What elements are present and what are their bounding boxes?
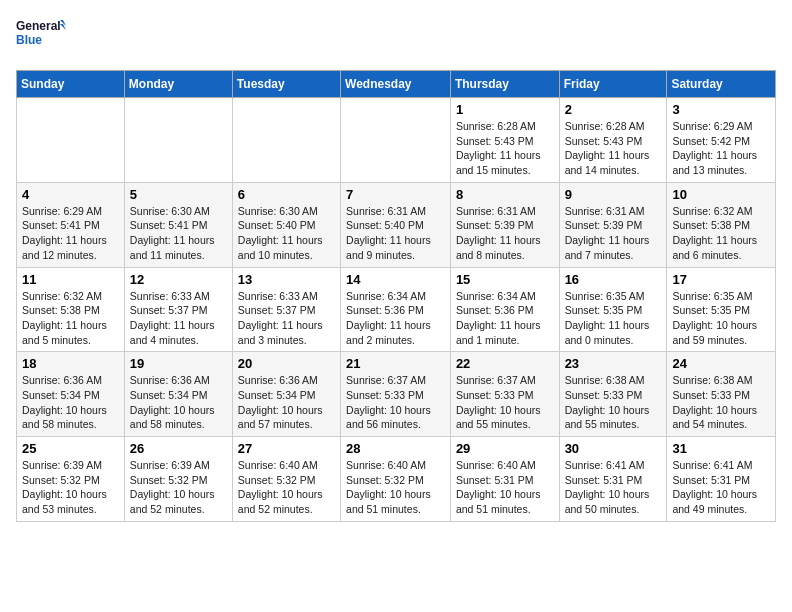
calendar-cell: 6Sunrise: 6:30 AM Sunset: 5:40 PM Daylig…: [232, 182, 340, 267]
day-number: 13: [238, 272, 335, 287]
day-number: 12: [130, 272, 227, 287]
day-number: 2: [565, 102, 662, 117]
day-info: Sunrise: 6:29 AM Sunset: 5:42 PM Dayligh…: [672, 119, 770, 178]
calendar-cell: 15Sunrise: 6:34 AM Sunset: 5:36 PM Dayli…: [450, 267, 559, 352]
day-info: Sunrise: 6:28 AM Sunset: 5:43 PM Dayligh…: [565, 119, 662, 178]
calendar-cell: 9Sunrise: 6:31 AM Sunset: 5:39 PM Daylig…: [559, 182, 667, 267]
day-number: 29: [456, 441, 554, 456]
day-info: Sunrise: 6:33 AM Sunset: 5:37 PM Dayligh…: [130, 289, 227, 348]
day-number: 3: [672, 102, 770, 117]
svg-text:General: General: [16, 19, 61, 33]
calendar-cell: 4Sunrise: 6:29 AM Sunset: 5:41 PM Daylig…: [17, 182, 125, 267]
calendar-cell: 19Sunrise: 6:36 AM Sunset: 5:34 PM Dayli…: [124, 352, 232, 437]
calendar-cell: 11Sunrise: 6:32 AM Sunset: 5:38 PM Dayli…: [17, 267, 125, 352]
calendar-cell: [17, 98, 125, 183]
calendar-cell: [341, 98, 451, 183]
day-info: Sunrise: 6:33 AM Sunset: 5:37 PM Dayligh…: [238, 289, 335, 348]
day-number: 7: [346, 187, 445, 202]
day-number: 25: [22, 441, 119, 456]
day-number: 26: [130, 441, 227, 456]
calendar-cell: 7Sunrise: 6:31 AM Sunset: 5:40 PM Daylig…: [341, 182, 451, 267]
days-header-row: SundayMondayTuesdayWednesdayThursdayFrid…: [17, 71, 776, 98]
calendar-cell: 12Sunrise: 6:33 AM Sunset: 5:37 PM Dayli…: [124, 267, 232, 352]
calendar-cell: 23Sunrise: 6:38 AM Sunset: 5:33 PM Dayli…: [559, 352, 667, 437]
calendar-cell: 2Sunrise: 6:28 AM Sunset: 5:43 PM Daylig…: [559, 98, 667, 183]
day-number: 27: [238, 441, 335, 456]
day-info: Sunrise: 6:39 AM Sunset: 5:32 PM Dayligh…: [130, 458, 227, 517]
day-info: Sunrise: 6:39 AM Sunset: 5:32 PM Dayligh…: [22, 458, 119, 517]
day-number: 24: [672, 356, 770, 371]
page-header: General Blue: [16, 16, 776, 58]
week-row-5: 25Sunrise: 6:39 AM Sunset: 5:32 PM Dayli…: [17, 437, 776, 522]
day-number: 21: [346, 356, 445, 371]
day-number: 20: [238, 356, 335, 371]
day-info: Sunrise: 6:36 AM Sunset: 5:34 PM Dayligh…: [22, 373, 119, 432]
day-info: Sunrise: 6:41 AM Sunset: 5:31 PM Dayligh…: [565, 458, 662, 517]
day-info: Sunrise: 6:32 AM Sunset: 5:38 PM Dayligh…: [672, 204, 770, 263]
day-number: 15: [456, 272, 554, 287]
svg-text:Blue: Blue: [16, 33, 42, 47]
day-info: Sunrise: 6:28 AM Sunset: 5:43 PM Dayligh…: [456, 119, 554, 178]
day-number: 6: [238, 187, 335, 202]
day-info: Sunrise: 6:31 AM Sunset: 5:39 PM Dayligh…: [456, 204, 554, 263]
day-number: 28: [346, 441, 445, 456]
day-info: Sunrise: 6:30 AM Sunset: 5:41 PM Dayligh…: [130, 204, 227, 263]
day-info: Sunrise: 6:41 AM Sunset: 5:31 PM Dayligh…: [672, 458, 770, 517]
day-number: 9: [565, 187, 662, 202]
calendar-cell: 24Sunrise: 6:38 AM Sunset: 5:33 PM Dayli…: [667, 352, 776, 437]
day-info: Sunrise: 6:40 AM Sunset: 5:32 PM Dayligh…: [346, 458, 445, 517]
calendar-cell: 22Sunrise: 6:37 AM Sunset: 5:33 PM Dayli…: [450, 352, 559, 437]
day-info: Sunrise: 6:35 AM Sunset: 5:35 PM Dayligh…: [565, 289, 662, 348]
logo-svg: General Blue: [16, 16, 66, 58]
day-info: Sunrise: 6:30 AM Sunset: 5:40 PM Dayligh…: [238, 204, 335, 263]
calendar-cell: [232, 98, 340, 183]
day-number: 4: [22, 187, 119, 202]
day-number: 19: [130, 356, 227, 371]
day-number: 14: [346, 272, 445, 287]
day-number: 8: [456, 187, 554, 202]
calendar-cell: 30Sunrise: 6:41 AM Sunset: 5:31 PM Dayli…: [559, 437, 667, 522]
week-row-3: 11Sunrise: 6:32 AM Sunset: 5:38 PM Dayli…: [17, 267, 776, 352]
day-info: Sunrise: 6:35 AM Sunset: 5:35 PM Dayligh…: [672, 289, 770, 348]
day-header-thursday: Thursday: [450, 71, 559, 98]
calendar-cell: 3Sunrise: 6:29 AM Sunset: 5:42 PM Daylig…: [667, 98, 776, 183]
day-number: 18: [22, 356, 119, 371]
calendar-cell: 25Sunrise: 6:39 AM Sunset: 5:32 PM Dayli…: [17, 437, 125, 522]
calendar-cell: 13Sunrise: 6:33 AM Sunset: 5:37 PM Dayli…: [232, 267, 340, 352]
day-info: Sunrise: 6:34 AM Sunset: 5:36 PM Dayligh…: [456, 289, 554, 348]
day-number: 17: [672, 272, 770, 287]
calendar-cell: [124, 98, 232, 183]
week-row-1: 1Sunrise: 6:28 AM Sunset: 5:43 PM Daylig…: [17, 98, 776, 183]
calendar-cell: 17Sunrise: 6:35 AM Sunset: 5:35 PM Dayli…: [667, 267, 776, 352]
day-info: Sunrise: 6:31 AM Sunset: 5:39 PM Dayligh…: [565, 204, 662, 263]
day-info: Sunrise: 6:32 AM Sunset: 5:38 PM Dayligh…: [22, 289, 119, 348]
calendar-table: SundayMondayTuesdayWednesdayThursdayFrid…: [16, 70, 776, 522]
calendar-cell: 1Sunrise: 6:28 AM Sunset: 5:43 PM Daylig…: [450, 98, 559, 183]
calendar-cell: 14Sunrise: 6:34 AM Sunset: 5:36 PM Dayli…: [341, 267, 451, 352]
day-number: 11: [22, 272, 119, 287]
day-info: Sunrise: 6:37 AM Sunset: 5:33 PM Dayligh…: [346, 373, 445, 432]
calendar-cell: 10Sunrise: 6:32 AM Sunset: 5:38 PM Dayli…: [667, 182, 776, 267]
calendar-cell: 18Sunrise: 6:36 AM Sunset: 5:34 PM Dayli…: [17, 352, 125, 437]
logo: General Blue: [16, 16, 66, 58]
day-number: 5: [130, 187, 227, 202]
day-info: Sunrise: 6:38 AM Sunset: 5:33 PM Dayligh…: [565, 373, 662, 432]
day-header-monday: Monday: [124, 71, 232, 98]
day-info: Sunrise: 6:40 AM Sunset: 5:31 PM Dayligh…: [456, 458, 554, 517]
calendar-cell: 31Sunrise: 6:41 AM Sunset: 5:31 PM Dayli…: [667, 437, 776, 522]
calendar-cell: 8Sunrise: 6:31 AM Sunset: 5:39 PM Daylig…: [450, 182, 559, 267]
calendar-cell: 20Sunrise: 6:36 AM Sunset: 5:34 PM Dayli…: [232, 352, 340, 437]
day-number: 16: [565, 272, 662, 287]
day-header-friday: Friday: [559, 71, 667, 98]
day-number: 10: [672, 187, 770, 202]
calendar-cell: 29Sunrise: 6:40 AM Sunset: 5:31 PM Dayli…: [450, 437, 559, 522]
day-header-wednesday: Wednesday: [341, 71, 451, 98]
calendar-cell: 21Sunrise: 6:37 AM Sunset: 5:33 PM Dayli…: [341, 352, 451, 437]
day-number: 1: [456, 102, 554, 117]
day-info: Sunrise: 6:29 AM Sunset: 5:41 PM Dayligh…: [22, 204, 119, 263]
day-info: Sunrise: 6:36 AM Sunset: 5:34 PM Dayligh…: [238, 373, 335, 432]
day-number: 22: [456, 356, 554, 371]
day-header-sunday: Sunday: [17, 71, 125, 98]
day-number: 30: [565, 441, 662, 456]
day-number: 23: [565, 356, 662, 371]
